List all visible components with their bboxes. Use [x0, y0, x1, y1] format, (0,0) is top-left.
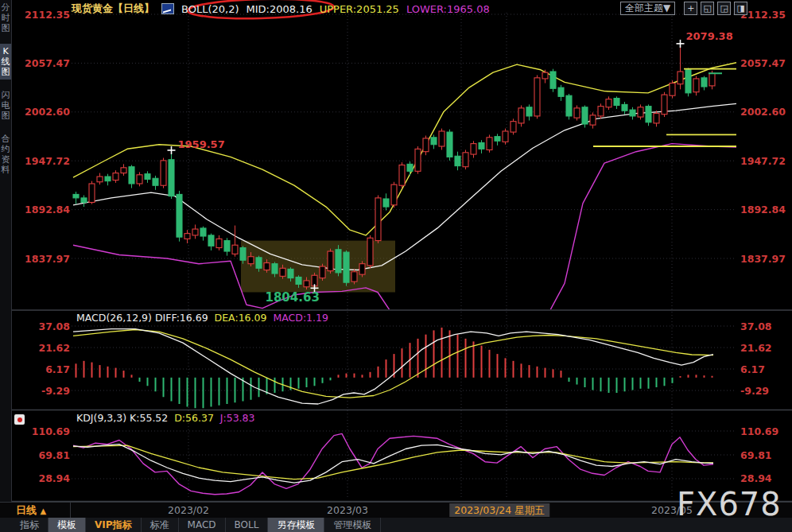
- toolbar-item-5[interactable]: MACD: [179, 518, 226, 532]
- sidebar-tab-4[interactable]: 合约资料: [0, 131, 11, 177]
- toolbar-item-8[interactable]: 管理模板: [324, 518, 381, 532]
- boll-upper-value: UPPER:2051.25: [320, 3, 399, 15]
- axis-label-right: 6.17: [740, 363, 765, 375]
- indicator-chart-icon[interactable]: [161, 3, 174, 14]
- axis-label-right: 1837.97: [740, 253, 786, 265]
- period-arrow-icon: ▲: [41, 507, 47, 515]
- macd-panel: [73, 328, 713, 408]
- kdj-d-value: D:56.37: [174, 412, 214, 424]
- macd-panel-header: MACD(26,12,9) DIFF:16.69 DEA:16.09 MACD:…: [76, 312, 328, 324]
- trading-app-window: { "header": { "title": "现货黄金【日线】", "indi…: [0, 0, 792, 532]
- kdj-panel-header: KDJ(9,3,3) K:55.52 D:56.37 J:53.83: [76, 412, 254, 424]
- kdj-k-value: K:55.52: [130, 412, 168, 424]
- watermark: FX678: [677, 486, 782, 522]
- toolbar-item-7[interactable]: 另存模板: [268, 518, 324, 532]
- axis-label-right: 1892.84: [740, 204, 786, 216]
- theme-dropdown[interactable]: 全部主题▼: [620, 2, 675, 15]
- indicator-toolbar: 指标模板VIP指标标准MACDBOLL另存模板管理模板: [0, 518, 792, 532]
- date-tick-label: 2023/03: [327, 504, 368, 516]
- toolbar-item-3[interactable]: VIP指标: [86, 518, 142, 532]
- sidebar-tab-2[interactable]: K线图: [0, 44, 11, 80]
- axis-label-right: 28.94: [740, 472, 772, 484]
- boll-mid-value: MID:2008.16: [247, 3, 313, 15]
- axis-label-right: 37.08: [740, 320, 772, 332]
- macd-diff-value: DIFF:16.69: [155, 312, 208, 324]
- axis-label-left: 6.17: [45, 363, 70, 375]
- chart-canvas[interactable]: 2112.352112.352057.472057.472002.602002.…: [0, 0, 792, 532]
- kdj-settings-icon[interactable]: [14, 414, 25, 425]
- axis-label-right: 2057.47: [740, 57, 786, 69]
- sidebar-tab-1[interactable]: 分时图: [0, 0, 11, 36]
- axis-label-left: -9.29: [41, 385, 70, 397]
- toolbar-item-1[interactable]: 指标: [11, 518, 49, 532]
- price-annotation: 1959.57: [178, 138, 225, 150]
- chart-tool-icons: +◱◲◨: [684, 2, 747, 15]
- axis-label-left: 1892.84: [25, 204, 70, 216]
- period-selector[interactable]: 日线 ▲: [16, 503, 46, 518]
- axis-label-left: 69.81: [38, 449, 70, 461]
- pane-right-icon[interactable]: ◲: [717, 2, 731, 15]
- axis-label-right: 110.69: [740, 425, 778, 437]
- price-annotation: 1804.63: [266, 290, 320, 305]
- chart-controls: 全部主题▼ +◱◲◨: [620, 2, 747, 15]
- macd-dea-value: DEA:16.09: [215, 312, 267, 324]
- main-chart-header: 现货黄金【日线】 BOLL(20,2) MID:2008.16 UPPER:20…: [72, 2, 490, 15]
- macd-indicator-label[interactable]: MACD(26,12,9): [76, 312, 152, 324]
- pane-left-icon[interactable]: ◱: [701, 2, 714, 15]
- chart-type-sidebar: 分时图K线图闪电图合约资料: [0, 0, 12, 502]
- kdj-panel: [73, 433, 713, 494]
- price-annotation: 2079.38: [686, 30, 733, 42]
- axis-label-right: 2002.60: [740, 106, 786, 118]
- axis-label-left: 2002.60: [25, 106, 70, 118]
- axis-label-left: 2057.47: [25, 57, 70, 69]
- date-axis-row: 日线 ▲ 2023/022023/032023/03/24 星期五2023/05: [0, 502, 792, 519]
- axis-label-left: 2112.35: [25, 9, 70, 21]
- toolbar-item-2[interactable]: 模板: [49, 518, 86, 532]
- axis-label-left: 1947.72: [25, 155, 70, 167]
- axis-label-left: 21.62: [38, 342, 70, 354]
- axis-label-right: -9.29: [740, 385, 769, 397]
- sidebar-tab-3[interactable]: 闪电图: [0, 87, 11, 123]
- axis-label-left: 110.69: [32, 425, 70, 437]
- pane-expand-icon[interactable]: ◨: [734, 2, 747, 15]
- kdj-j-value: J:53.83: [220, 412, 255, 424]
- axis-label-left: 1837.97: [25, 253, 70, 265]
- toolbar-item-4[interactable]: 标准: [142, 518, 179, 532]
- selected-date-label: 2023/03/24 星期五: [449, 503, 549, 517]
- crosshair-icon[interactable]: +: [684, 2, 697, 15]
- macd-hist-value: MACD:1.19: [273, 312, 328, 324]
- period-label: 日线: [16, 504, 37, 516]
- date-tick-label: 2023/02: [168, 504, 209, 516]
- axis-label-right: 1947.72: [740, 155, 786, 167]
- kdj-indicator-label[interactable]: KDJ(9,3,3): [76, 412, 126, 424]
- axis-label-right: 21.62: [740, 342, 772, 354]
- axis-label-left: 37.08: [38, 320, 70, 332]
- date-axis-divider: [70, 503, 71, 518]
- toolbar-item-6[interactable]: BOLL: [226, 518, 269, 532]
- axis-label-right: 69.81: [740, 449, 772, 461]
- axis-label-left: 28.94: [38, 472, 70, 484]
- boll-lower-value: LOWER:1965.08: [406, 3, 490, 15]
- boll-indicator-label[interactable]: BOLL(20,2): [181, 3, 239, 15]
- symbol-title: 现货黄金【日线】: [72, 2, 154, 16]
